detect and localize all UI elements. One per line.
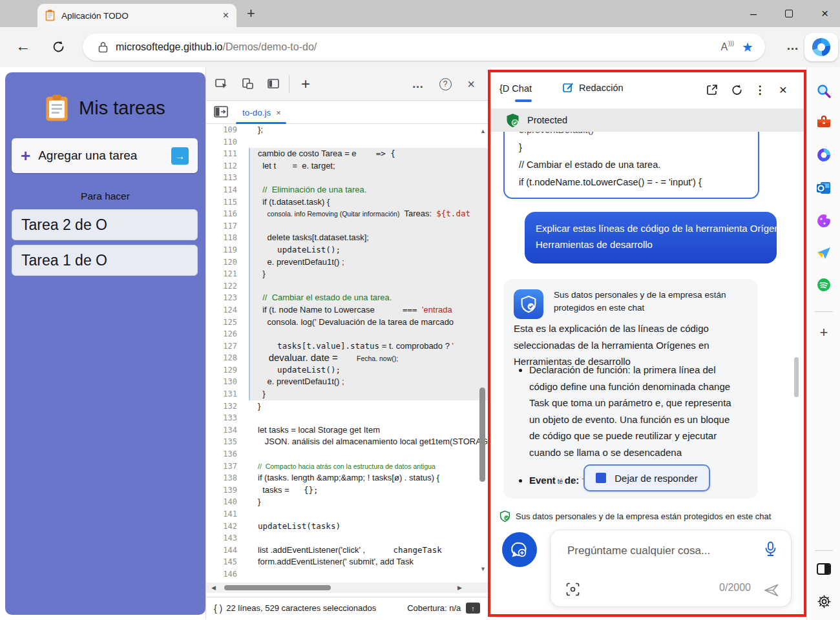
line-number[interactable]: 139 (206, 484, 241, 497)
device-emulation-icon[interactable] (240, 76, 255, 92)
stop-responding-button[interactable]: Dejar de responder (583, 464, 710, 491)
screenshot-icon[interactable] (566, 583, 580, 596)
line-number[interactable]: 115 (206, 196, 241, 209)
settings-gear-icon[interactable] (815, 593, 832, 610)
line-number[interactable]: 138 (206, 472, 241, 484)
text-segment: updateList(); (258, 245, 341, 254)
chat-input[interactable] (567, 544, 742, 557)
open-in-window-icon[interactable] (704, 81, 720, 98)
tab-close-icon[interactable]: × (276, 108, 281, 118)
chat-input-card[interactable]: 0/2000 (550, 530, 792, 607)
submit-task-button[interactable]: → (171, 147, 189, 165)
designer-icon[interactable] (815, 212, 832, 229)
scroll-left-icon[interactable]: ◀ (211, 584, 216, 591)
scroll-up-icon[interactable]: ▲ (480, 128, 486, 134)
chat-menu-kebab-icon[interactable]: ⋮ (751, 81, 768, 98)
new-topic-button[interactable] (502, 532, 537, 567)
line-number[interactable]: 145 (206, 556, 241, 568)
back-button[interactable]: ← (16, 37, 30, 55)
add-task-button[interactable]: + Agregar una tarea → (12, 138, 198, 173)
line-number[interactable]: 144 (206, 544, 241, 557)
minimize-button[interactable]: – (750, 7, 757, 21)
sidebar-add-icon[interactable]: + (815, 324, 832, 341)
new-tab-button[interactable]: + (247, 5, 255, 22)
line-number[interactable]: 136 (206, 448, 241, 460)
line-number[interactable]: 118 (206, 232, 241, 244)
format-braces-icon[interactable]: { ) (214, 603, 222, 614)
browser-menu-icon[interactable]: … (786, 39, 800, 53)
line-number[interactable]: 124 (206, 304, 241, 316)
line-number[interactable]: 125 (206, 316, 241, 329)
line-number[interactable]: 143 (206, 532, 241, 544)
line-number[interactable]: 141 (206, 508, 241, 521)
line-number[interactable]: 111 (206, 148, 241, 160)
inspect-element-icon[interactable] (214, 76, 229, 92)
line-number[interactable]: 137 (206, 460, 241, 473)
line-number[interactable]: 126 (206, 328, 241, 340)
line-number[interactable]: 116 (206, 208, 241, 220)
browser-tab[interactable]: Aplicación TODO × (37, 4, 236, 27)
line-number[interactable]: 130 (206, 376, 241, 388)
source-file-tab[interactable]: to-do.js × (238, 101, 285, 124)
line-number[interactable]: 121 (206, 268, 241, 280)
chat-refresh-icon[interactable] (728, 81, 745, 98)
line-number[interactable]: 131 (206, 388, 241, 400)
devtools-menu-icon[interactable]: … (410, 76, 426, 92)
line-number[interactable]: 127 (206, 340, 241, 353)
vertical-scrollbar-thumb[interactable] (479, 388, 485, 482)
navigator-toggle-icon[interactable] (214, 105, 228, 118)
line-number[interactable]: 123 (206, 292, 241, 304)
line-number[interactable]: 112 (206, 160, 241, 172)
line-number[interactable]: 134 (206, 424, 241, 437)
line-number[interactable]: 117 (206, 220, 241, 232)
horizontal-scrollbar-thumb[interactable] (224, 585, 331, 590)
scroll-right-icon[interactable]: ▶ (457, 584, 462, 591)
window-close-button[interactable]: × (821, 6, 828, 21)
scroll-down-icon[interactable]: ▼ (480, 566, 486, 572)
code-editor[interactable]: 109};110111cambio de costo Tarea = e => … (206, 124, 488, 581)
todo-task-item[interactable]: Tarea 2 de O (12, 209, 198, 240)
devtools-close-icon[interactable]: × (463, 76, 479, 92)
line-number[interactable]: 128 (206, 352, 241, 364)
favorites-star-icon[interactable]: ★ (742, 39, 753, 55)
help-icon[interactable]: ? (437, 76, 453, 92)
read-aloud-icon[interactable]: A))) (720, 41, 734, 53)
line-number[interactable]: 135 (206, 436, 241, 448)
drop-icon[interactable] (815, 245, 832, 262)
line-number[interactable]: 132 (206, 400, 241, 413)
url-bar[interactable]: microsoftedge.github.io/Demos/demo-to-do… (83, 34, 765, 61)
line-number[interactable]: 140 (206, 496, 241, 508)
tools-icon[interactable] (815, 114, 832, 130)
horizontal-scrollbar[interactable]: ◀ ▶ (206, 583, 488, 593)
microphone-icon[interactable] (764, 541, 777, 557)
refresh-button[interactable] (52, 40, 65, 54)
send-icon[interactable] (764, 583, 779, 597)
sidebar-toggle-icon[interactable] (815, 561, 832, 577)
microsoft-365-icon[interactable] (815, 147, 832, 163)
outlook-icon[interactable] (815, 180, 832, 196)
chat-scrollbar-thumb[interactable] (794, 357, 799, 397)
copilot-button[interactable] (804, 33, 838, 61)
tab-close-icon[interactable]: × (223, 10, 229, 21)
line-number[interactable]: 110 (206, 136, 241, 149)
line-number[interactable]: 146 (206, 568, 241, 581)
line-number[interactable]: 122 (206, 280, 241, 293)
tab-chat[interactable]: {D Chat (499, 83, 532, 94)
maximize-button[interactable] (785, 10, 793, 17)
search-icon[interactable] (815, 83, 832, 99)
spotify-icon[interactable] (815, 276, 832, 293)
tab-compose[interactable]: Redacción (563, 82, 624, 93)
line-number[interactable]: 120 (206, 256, 241, 269)
dock-side-icon[interactable] (266, 76, 281, 92)
line-number[interactable]: 114 (206, 184, 241, 196)
devtools-new-tab-icon[interactable]: + (298, 76, 313, 92)
chat-close-icon[interactable]: × (775, 81, 792, 98)
line-number[interactable]: 129 (206, 364, 241, 377)
line-number[interactable]: 119 (206, 244, 241, 256)
upload-icon[interactable]: ↑ (466, 603, 480, 614)
line-number[interactable]: 113 (206, 172, 241, 184)
line-number[interactable]: 133 (206, 412, 241, 424)
todo-task-item[interactable]: Tarea 1 de O (12, 245, 198, 276)
line-number[interactable]: 109 (206, 124, 241, 136)
line-number[interactable]: 142 (206, 521, 241, 533)
